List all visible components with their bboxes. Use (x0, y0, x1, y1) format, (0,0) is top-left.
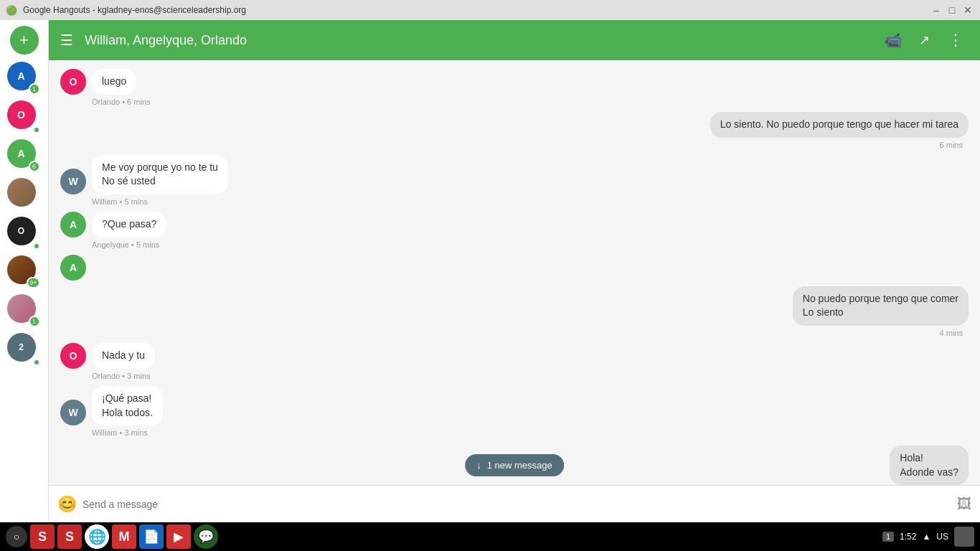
message-group: O Nada y tu Orlando • 3 mins (60, 343, 969, 380)
partial-line-1: Hola! (900, 451, 958, 466)
emoji-button[interactable]: 😊 (57, 495, 77, 514)
close-button[interactable]: ✕ (961, 4, 974, 17)
maximize-button[interactable]: □ (946, 4, 958, 17)
docs-icon: 📄 (143, 529, 159, 545)
message-bubble: Lo siento. No puedo porque tengo que hac… (710, 112, 969, 138)
message-row: W Me voy porque yo no te tu No sé usted (60, 155, 969, 194)
minimize-button[interactable]: – (930, 4, 943, 17)
input-area: 😊 🖼 (49, 485, 980, 522)
taskbar-app-s1[interactable]: S (30, 524, 55, 549)
partial-line-2: Adonde vas? (900, 466, 958, 480)
avatar: W (60, 400, 86, 425)
message-row: O Nada y tu (60, 343, 969, 369)
chat-header: ☰ William, Angelyque, Orlando 📹 ↗ ⋮ (49, 20, 980, 60)
more-options-button[interactable]: ⋮ (943, 27, 969, 53)
avatar: O (60, 69, 86, 95)
taskbar-app-docs[interactable]: 📄 (139, 524, 164, 549)
message-bubble: luego (92, 69, 136, 95)
video-call-button[interactable]: 📹 (880, 27, 905, 53)
sidebar-item[interactable]: 2 (7, 333, 42, 367)
titlebar: 🟢 Google Hangouts - kgladney-enos@scienc… (0, 0, 980, 20)
sidebar-item[interactable]: 1 (7, 294, 42, 329)
wifi-icon: ▲ (922, 532, 930, 542)
taskbar-app-hangouts[interactable]: 💬 (194, 524, 218, 549)
window-controls: – □ ✕ (930, 4, 974, 17)
message-line: No puedo porque tengo que comer (803, 292, 958, 306)
partial-message-bubble: Hola! Adonde vas? (890, 446, 969, 485)
message-line: No sé usted (102, 174, 218, 189)
s-icon-1: S (38, 529, 47, 545)
sidebar-item[interactable]: 9+ (7, 255, 42, 290)
image-icon: 🖼 (957, 496, 971, 512)
header-actions: 📹 ↗ ⋮ (880, 27, 969, 53)
region-label: US (936, 532, 948, 542)
emoji-icon: 😊 (57, 495, 77, 513)
message-row: Lo siento. No puedo porque tengo que hac… (60, 112, 969, 138)
phone-call-button[interactable]: ↗ (911, 27, 937, 53)
user-avatar-taskbar (954, 527, 974, 547)
avatar (7, 178, 36, 207)
taskbar-app-s2[interactable]: S (57, 524, 82, 549)
taskbar-apps: S S 🌐 M 📄 ▶ 💬 (30, 524, 882, 549)
message-line: Me voy porque yo no te tu (102, 161, 218, 175)
message-bubble: ?Que pasa? (92, 212, 166, 237)
message-meta: 6 mins (60, 141, 963, 149)
message-group: W Me voy porque yo no te tu No sé usted … (60, 155, 969, 206)
start-button[interactable]: ○ (6, 526, 27, 547)
message-row: No puedo porque tengo que comer Lo sient… (60, 286, 969, 326)
gmail-icon: M (119, 529, 130, 545)
taskbar-time: 1:52 (900, 532, 916, 542)
sidebar-item[interactable]: A 1 (7, 62, 42, 96)
new-message-text: 1 new message (487, 460, 552, 471)
message-meta: Angelyque • 5 mins (92, 240, 969, 249)
avatar: A (60, 255, 86, 281)
taskbar-app-chrome[interactable]: 🌐 (85, 524, 109, 549)
avatar: W (60, 169, 86, 194)
message-group: No puedo porque tengo que comer Lo sient… (60, 286, 969, 337)
avatar: 2 (7, 333, 36, 362)
message-row: A ?Que pasa? (60, 212, 969, 237)
down-arrow-icon: ↓ (476, 460, 481, 471)
notification-badge: 9+ (27, 277, 39, 288)
message-line: Hola todos. (102, 406, 153, 420)
new-chat-button[interactable]: + (10, 26, 39, 55)
chat-area: ☰ William, Angelyque, Orlando 📹 ↗ ⋮ O (49, 20, 980, 522)
message-group: A ?Que pasa? Angelyque • 5 mins (60, 212, 969, 249)
message-group: Lo siento. No puedo porque tengo que hac… (60, 112, 969, 149)
message-bubble: Nada y tu (92, 343, 155, 369)
image-attach-button[interactable]: 🖼 (957, 496, 971, 512)
youtube-icon: ▶ (174, 529, 184, 545)
avatar: O (7, 100, 36, 129)
message-line: Lo siento (803, 306, 958, 320)
taskbar-app-gmail[interactable]: M (112, 524, 136, 549)
online-indicator (33, 126, 40, 133)
avatar: A (60, 212, 86, 237)
sidebar-item[interactable] (7, 178, 42, 212)
sidebar: + A 1 O A 6 O 9+ (0, 20, 49, 522)
hangouts-icon: 💬 (198, 529, 214, 545)
message-line: ¡Qué pasa! (102, 392, 153, 406)
taskbar-badge: 1 (882, 532, 894, 542)
start-icon: ○ (14, 531, 19, 542)
s-icon-2: S (65, 529, 74, 545)
avatar: O (7, 217, 36, 245)
message-group: W ¡Qué pasa! Hola todos. William • 3 min… (60, 386, 969, 437)
message-bubble: No puedo porque tengo que comer Lo sient… (793, 286, 969, 326)
notification-badge: 1 (29, 316, 40, 327)
message-meta: Orlando • 6 mins (92, 98, 969, 106)
hamburger-icon: ☰ (60, 32, 73, 49)
app-body: + A 1 O A 6 O 9+ (0, 20, 980, 522)
notification-badge: 1 (29, 83, 40, 95)
more-icon: ⋮ (948, 31, 963, 50)
message-input[interactable] (83, 499, 951, 510)
message-group: O luego Orlando • 6 mins (60, 69, 969, 106)
sidebar-item[interactable]: A 6 (7, 139, 42, 174)
taskbar-app-youtube[interactable]: ▶ (166, 524, 191, 549)
message-bubble: Me voy porque yo no te tu No sé usted (92, 155, 228, 194)
sidebar-item[interactable]: O (7, 100, 42, 135)
call-icon: ↗ (919, 32, 930, 48)
new-message-banner[interactable]: ↓ 1 new message (465, 454, 564, 476)
window-title: Google Hangouts - kgladney-enos@sciencel… (23, 5, 924, 15)
sidebar-item[interactable]: O (7, 217, 42, 251)
menu-button[interactable]: ☰ (60, 32, 73, 49)
